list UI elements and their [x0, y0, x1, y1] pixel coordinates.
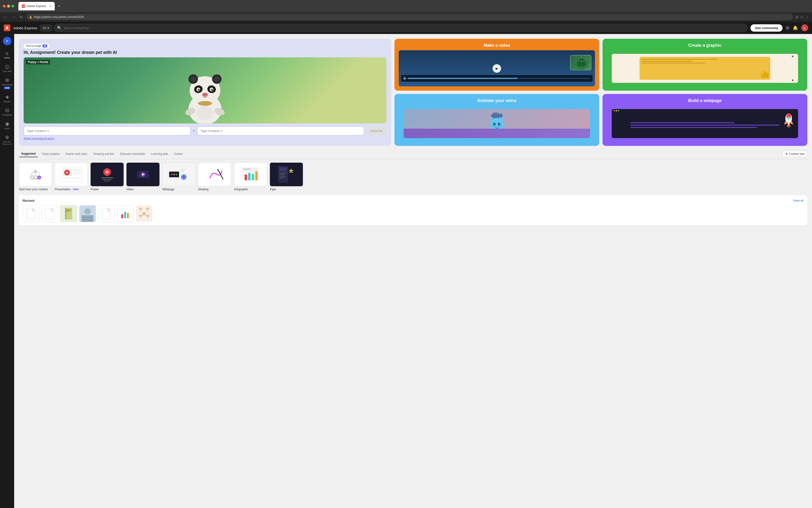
back-button[interactable]: ← — [3, 14, 8, 20]
svg-rect-86 — [279, 176, 286, 177]
template-flyer[interactable]: NEW Flyer — [270, 163, 303, 191]
svg-point-14 — [202, 93, 208, 96]
tab-learning-aids[interactable]: Learning aids — [149, 151, 170, 157]
infographic-illustration — [241, 166, 260, 183]
content-area: Text to image AI Hi, Assignment! Create … — [14, 34, 812, 508]
browser-chrome: Ae Adobe Express ✕ + — [0, 0, 812, 12]
avatar[interactable]: L — [801, 24, 808, 31]
tab-career[interactable]: Career — [172, 151, 185, 157]
tab-events-clubs[interactable]: Events and clubs — [63, 151, 90, 157]
menu-icon[interactable]: ⋮ — [805, 15, 809, 19]
svg-rect-54 — [73, 173, 81, 174]
recent-item-5[interactable] — [98, 205, 115, 222]
creature-input-2[interactable] — [197, 126, 364, 135]
svg-rect-77 — [248, 173, 250, 180]
browser-tab[interactable]: Ae Adobe Express ✕ — [18, 2, 55, 10]
sidebar-item-educator-resources[interactable]: ⊕ Educator Resources — [1, 132, 13, 147]
recent-items-row — [22, 205, 804, 222]
tab-close-icon[interactable]: ✕ — [49, 5, 51, 8]
tab-class-projects[interactable]: Class projects — [39, 151, 62, 157]
custom-size-button[interactable]: ⚙ Custom size — [783, 151, 807, 157]
template-presentation[interactable]: Presentation NEW — [55, 163, 88, 191]
minimize-traffic-light[interactable] — [7, 5, 10, 7]
sidebar-item-learn[interactable]: ◉ Learn — [1, 119, 13, 131]
svg-point-67 — [183, 178, 184, 179]
sidebar-classrooms-label: Classrooms — [1, 84, 13, 86]
refresh-button[interactable]: ↻ — [19, 14, 24, 20]
svg-point-4 — [190, 76, 196, 82]
template-start-content[interactable]: Start from your content — [19, 163, 52, 191]
svg-point-66 — [183, 175, 184, 176]
tab-suggested[interactable]: Suggested — [19, 151, 38, 157]
recent-item-1[interactable] — [22, 205, 39, 222]
address-bar: ← → ↻ 🔒 stage.projectx.corp.adobe.com/bt… — [0, 12, 812, 22]
template-infographic[interactable]: Infographic — [234, 163, 267, 191]
url-bar[interactable]: 🔒 stage.projectx.corp.adobe.com/bts2024/ — [26, 14, 793, 20]
svg-point-34 — [499, 123, 500, 124]
recent-item-6[interactable] — [117, 205, 134, 222]
bookmark-icon[interactable]: ☆ — [800, 15, 804, 19]
recent-item-4[interactable] — [79, 205, 96, 222]
flower-icon — [182, 175, 185, 179]
template-video[interactable]: Video — [127, 163, 159, 191]
play-button[interactable]: ▶ — [492, 64, 501, 73]
blank-doc-3 — [102, 208, 111, 219]
creature-input-1[interactable] — [23, 126, 191, 135]
image-label: Puppy + Panda — [26, 60, 50, 65]
close-traffic-light[interactable] — [3, 5, 6, 7]
cast-icon[interactable]: ⊡ — [795, 15, 798, 19]
template-tabs-row: Suggested Class projects Events and club… — [19, 151, 807, 159]
search-icon: 🔍 — [57, 26, 62, 30]
template-thumb-start-content — [19, 163, 52, 186]
template-poster[interactable]: Poster — [91, 163, 124, 191]
svg-point-23 — [578, 67, 584, 70]
grid-icon[interactable]: ⊞ — [786, 25, 790, 31]
recent-item-7[interactable] — [136, 205, 152, 222]
join-community-button[interactable]: Join community — [751, 24, 782, 32]
view-all-link[interactable]: View all — [793, 199, 804, 202]
svg-point-13 — [212, 89, 213, 90]
template-thumb-video — [127, 163, 159, 186]
tab-educator-essentials[interactable]: Educator essentials — [118, 151, 147, 157]
sidebar-item-home[interactable]: ⌂ Home — [1, 49, 13, 61]
ai-terms-link[interactable]: Adobe generative AI terms — [23, 137, 386, 140]
video-illustration — [134, 165, 152, 184]
sidebar-educator-label: Educator Resources — [2, 141, 12, 145]
svg-rect-85 — [279, 174, 285, 175]
recent-item-3[interactable] — [60, 205, 77, 222]
flyer-illustration: NEW — [277, 165, 296, 184]
sidebar-templates-label: Templates — [2, 114, 12, 116]
build-webpage-card[interactable]: Build a webpage — [603, 94, 807, 146]
sidebar-item-classrooms[interactable]: ⊞ Classrooms NEW — [1, 75, 13, 91]
notification-icon[interactable]: 🔔 — [793, 25, 798, 31]
sidebar-item-brands[interactable]: ◈ Brands — [1, 92, 13, 104]
svg-rect-92 — [66, 210, 71, 210]
make-video-title: Make a video — [399, 43, 595, 48]
search-bar[interactable]: 🔍 — [54, 24, 748, 32]
tab-title: Adobe Express — [27, 4, 46, 8]
traffic-lights — [3, 5, 14, 7]
new-tab-button[interactable]: + — [57, 4, 60, 9]
blank-doc-1 — [26, 208, 36, 219]
sidebar-item-templates[interactable]: ⊟ Templates — [1, 105, 13, 118]
svg-rect-100 — [124, 212, 126, 218]
search-filter-dropdown[interactable]: All ▾ — [40, 25, 52, 31]
search-input[interactable] — [64, 26, 744, 30]
template-drawing[interactable]: Drawing — [198, 163, 231, 191]
make-video-card[interactable]: Make a video ▶ — [394, 39, 599, 91]
create-graphic-card[interactable]: Create a graphic — [603, 39, 807, 91]
sidebar-learn-label: Learn — [4, 127, 10, 130]
video-preview: ▶ — [399, 50, 595, 86]
tab-drawing-fun[interactable]: Drawing and fun — [91, 151, 116, 157]
fullscreen-traffic-light[interactable] — [11, 5, 14, 7]
generate-button[interactable]: Generate — [366, 127, 386, 135]
animate-voice-card[interactable]: Animate your voice — [394, 94, 599, 146]
add-button[interactable]: + — [3, 37, 11, 45]
sidebar-item-your-stuff[interactable]: ◫ Your stuff — [1, 62, 13, 74]
template-presentation-label: Presentation — [55, 188, 70, 191]
forward-button[interactable]: → — [11, 14, 16, 20]
template-webpage[interactable]: Webpage — [162, 163, 195, 191]
rocket-illustration — [781, 112, 796, 130]
recent-item-2[interactable] — [42, 205, 58, 222]
ai-label: AI — [43, 44, 47, 47]
